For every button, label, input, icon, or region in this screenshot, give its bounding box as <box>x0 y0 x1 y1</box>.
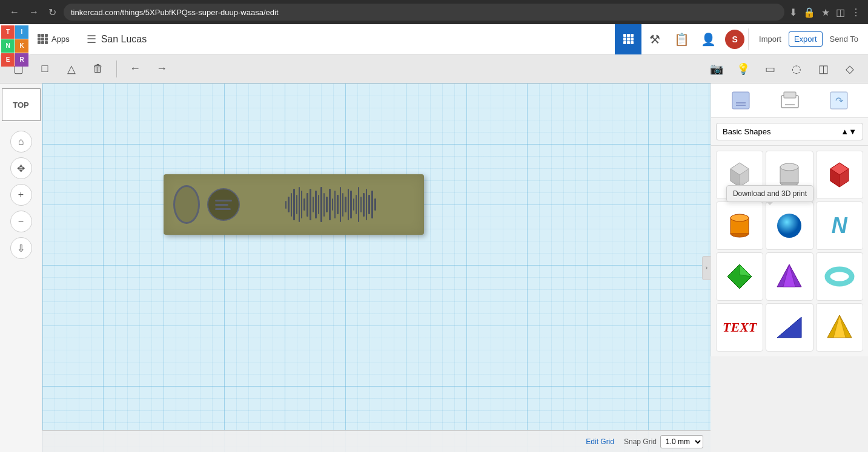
barcode-bar <box>301 191 302 218</box>
apps-button[interactable]: Apps <box>30 34 77 44</box>
logo-n: N <box>1 39 15 53</box>
barcode-bar <box>323 193 325 217</box>
copy-button[interactable]: □ <box>34 58 56 80</box>
right-panel-wrapper: Download and 3D print › <box>711 84 868 452</box>
rotate-button[interactable]: ◌ <box>786 58 807 80</box>
logo-e: E <box>1 53 15 67</box>
print-button[interactable] <box>778 88 802 113</box>
oval-shape <box>173 185 200 224</box>
barcode-bar <box>315 191 317 218</box>
shape-pyramid-yellow[interactable] <box>816 303 863 352</box>
user-add-button[interactable]: 👤 <box>695 24 721 54</box>
redo-button[interactable]: → <box>151 58 173 80</box>
refresh-button[interactable]: ↻ <box>46 4 59 21</box>
shape-cylinder-gray[interactable] <box>766 151 813 199</box>
zoom-in-button[interactable]: + <box>10 184 32 206</box>
mirror-button[interactable]: ◇ <box>839 58 861 80</box>
canvas-object-spotify[interactable] <box>164 174 424 235</box>
barcode-bar <box>332 198 333 211</box>
share-button[interactable]: ↷ <box>827 88 851 113</box>
barcode-bar <box>345 197 346 212</box>
svg-text:↷: ↷ <box>835 96 843 106</box>
3d-grid-icon <box>623 34 634 44</box>
print-icon <box>780 91 800 110</box>
delete-button[interactable]: 🗑 <box>87 58 109 80</box>
sphere-icon <box>774 211 804 241</box>
barcode-bar <box>366 189 367 220</box>
align-button[interactable]: ▭ <box>759 58 781 80</box>
download-view-button[interactable]: ⇩ <box>10 237 32 259</box>
barcode-bar <box>363 193 365 217</box>
barcode-bar <box>340 187 341 223</box>
address-bar[interactable]: tinkercad.com/things/5XPubfKPQss-super-d… <box>64 4 784 21</box>
shape-cylinder-orange[interactable] <box>716 201 763 250</box>
star-icon: ★ <box>821 7 830 18</box>
pyramid-purple-icon <box>774 261 804 292</box>
shape-gem[interactable] <box>716 252 763 301</box>
box-red-icon <box>824 160 855 190</box>
back-button[interactable]: ← <box>7 4 22 20</box>
lightbulb-button[interactable]: 💡 <box>732 58 754 80</box>
canvas-bottom-bar: Edit Grid Snap Grid 1.0 mm 0.5 mm 2.0 mm <box>42 430 711 452</box>
svg-point-19 <box>731 214 749 221</box>
shape-box-red[interactable] <box>816 151 863 199</box>
clipboard-button[interactable]: 📋 <box>668 24 695 54</box>
project-name-area: ☰ San Lucas <box>77 33 157 46</box>
fit-view-button[interactable]: ✥ <box>10 157 32 179</box>
3d-view-button[interactable] <box>615 24 641 54</box>
barcode-bar <box>342 193 343 217</box>
pyramid-yellow-icon <box>824 312 855 342</box>
wedge-icon <box>774 312 804 342</box>
import-button[interactable]: Import <box>754 32 786 46</box>
send-to-button[interactable]: Send To <box>825 32 863 46</box>
import-export-area: Import Export Send To <box>749 31 868 47</box>
shape-wedge[interactable] <box>766 303 813 352</box>
undo-button[interactable]: ← <box>124 58 146 80</box>
forward-button[interactable]: → <box>27 4 41 20</box>
tinkercad-logo[interactable]: T I N K E R <box>0 24 30 54</box>
snap-grid-select[interactable]: 1.0 mm 0.5 mm 2.0 mm <box>660 435 703 448</box>
barcode-bar <box>306 193 308 217</box>
shape-n-letter[interactable]: N <box>816 201 863 250</box>
shape-box-gray[interactable] <box>716 151 763 199</box>
project-name[interactable]: San Lucas <box>101 34 147 45</box>
canvas-area[interactable]: Edit Grid Snap Grid 1.0 mm 0.5 mm 2.0 mm <box>42 84 711 452</box>
shape-torus[interactable] <box>816 252 863 301</box>
shape-text[interactable]: TEXT <box>716 303 763 352</box>
gem-icon <box>724 261 755 292</box>
zoom-out-button[interactable]: − <box>10 211 32 232</box>
barcode-bar <box>296 195 297 215</box>
barcode-area <box>247 183 414 226</box>
shape-sphere[interactable] <box>766 201 813 250</box>
toolbar-separator-1 <box>116 61 117 77</box>
barcode-bar <box>299 187 300 223</box>
spotify-bar-3 <box>215 208 231 210</box>
spotify-logo <box>207 188 240 221</box>
camera-button[interactable]: 📷 <box>706 58 727 80</box>
hammer-button[interactable]: ⚒ <box>641 24 668 54</box>
barcode-bar <box>326 197 328 212</box>
shape-pyramid-purple[interactable] <box>766 252 813 301</box>
download-3d-icon <box>731 91 750 110</box>
barcode-bar <box>371 191 373 218</box>
download-3d-button[interactable] <box>729 88 753 113</box>
shapes-dropdown[interactable]: Basic Shapes ▲▼ <box>716 123 863 140</box>
spotify-bar-2 <box>215 204 228 206</box>
shapes-grid: N <box>711 146 868 356</box>
duplicate-button[interactable]: △ <box>61 58 82 80</box>
canvas-grid <box>42 84 711 452</box>
panel-collapse-button[interactable]: › <box>702 256 711 280</box>
export-button[interactable]: Export <box>789 31 823 47</box>
left-panel: TOP ⌂ ✥ + − ⇩ <box>0 84 42 452</box>
edit-grid-label[interactable]: Edit Grid <box>586 437 614 446</box>
toolbar: ▢ □ △ 🗑 ← → 📷 💡 ▭ ◌ ◫ ◇ <box>0 54 868 84</box>
logo-t: T <box>1 25 15 39</box>
browser-icons: ⬇ 🔒 ★ ◫ ⋮ <box>789 7 861 18</box>
barcode-bar <box>374 198 376 211</box>
profile-button[interactable]: S <box>721 24 748 54</box>
svg-point-25 <box>827 269 852 284</box>
home-view-button[interactable]: ⌂ <box>10 131 32 152</box>
avatar: S <box>725 30 744 49</box>
shapes-dropdown-label: Basic Shapes <box>723 127 771 136</box>
group-button[interactable]: ◫ <box>812 58 834 80</box>
